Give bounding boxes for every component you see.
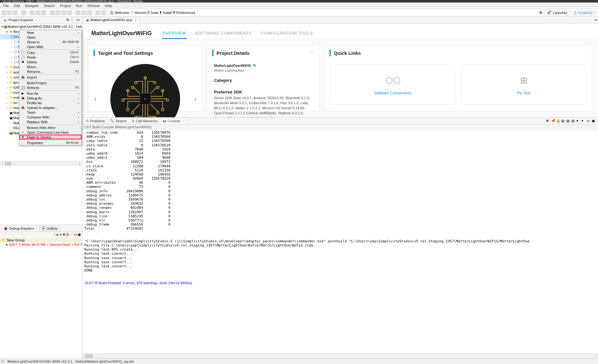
- context-menu-item[interactable]: Build Project: [19, 80, 81, 85]
- home-icon[interactable]: 🏠: [110, 10, 114, 15]
- debug-tool-icon[interactable]: ▶: [56, 233, 59, 237]
- context-menu-item[interactable]: PropertiesAlt+Enter: [19, 140, 81, 145]
- explorer-hscroll[interactable]: ‹›: [0, 161, 82, 166]
- debug-tool-icon[interactable]: ☰: [66, 233, 69, 237]
- debug-tool-icon[interactable]: ⋯: [70, 233, 73, 237]
- debug-tool-icon[interactable]: ■: [60, 233, 62, 236]
- profile-icon[interactable]: [41, 10, 46, 15]
- console-tool-icon[interactable]: ▤: [561, 119, 566, 123]
- context-menu-item[interactable]: Show InAlt+Shift+W: [19, 40, 81, 44]
- edit-icon[interactable]: ✎: [253, 63, 256, 68]
- project-root[interactable]: ▾📦MatterLightOverWiFiG [GNU ARM v10.3.1 …: [0, 24, 82, 29]
- debug-tool-icon[interactable]: ✖: [62, 233, 65, 237]
- context-menu-item[interactable]: ▪Open Command Line Here: [19, 130, 81, 135]
- debug-tool-icon[interactable]: ⟳: [53, 233, 56, 237]
- software-components-tile[interactable]: ⬡⬡ Software Components: [330, 65, 455, 105]
- toolbar-btn[interactable]: [50, 10, 55, 15]
- context-menu-item[interactable]: Browse Files Here: [19, 125, 81, 130]
- close-icon[interactable]: ×: [135, 18, 137, 22]
- toolbar-btn[interactable]: [55, 10, 61, 15]
- preferences-icon[interactable]: ⚙: [172, 10, 176, 15]
- simplicity-ide-button[interactable]: {} Simplicity I: [572, 10, 597, 15]
- console-tool-icon[interactable]: ▤: [566, 119, 571, 123]
- scroll-lock-icon[interactable]: 🔒: [556, 119, 561, 123]
- editor-tab-slcp[interactable]: ▣ MatterLightOverWiFiG.slcp ×: [83, 17, 140, 23]
- tab-problems[interactable]: ⚠Problems: [83, 118, 107, 124]
- toolbar-btn[interactable]: [101, 10, 106, 15]
- toolbar-btn[interactable]: [67, 10, 72, 15]
- context-menu-item[interactable]: Replace With›: [19, 119, 81, 124]
- outline-tab[interactable]: ☰ Outline: [40, 226, 60, 231]
- perspective-toggle-icon[interactable]: ⊞: [539, 10, 542, 15]
- welcome-link[interactable]: Welcome: [115, 11, 129, 15]
- launcher-button[interactable]: 🚀 Launcher: [545, 10, 569, 15]
- toolbar-btn[interactable]: [61, 10, 66, 15]
- menu-help[interactable]: Help: [103, 3, 114, 8]
- tab-call-hierarchy[interactable]: ↳Call Hierarchy: [129, 118, 160, 124]
- context-menu-item[interactable]: Move...: [19, 64, 81, 69]
- run-icon[interactable]: [36, 10, 41, 15]
- save-all-icon[interactable]: [13, 10, 18, 15]
- recent-icon[interactable]: 🕓: [130, 10, 134, 15]
- tab-console[interactable]: ▤Console×: [160, 118, 188, 124]
- debug-tool-icon[interactable]: ▭: [74, 233, 77, 237]
- menu-project[interactable]: Project: [58, 3, 73, 8]
- console-tool-icon[interactable]: ▤: [571, 119, 576, 123]
- tab-search[interactable]: 🔍Search: [107, 118, 129, 124]
- context-menu-item[interactable]: 📋PasteCtrl+V: [19, 55, 81, 60]
- debug-adapters-tab[interactable]: 🐞 Debug Adapters ×: [1, 226, 40, 231]
- device-group[interactable]: 📁 New Group: [0, 238, 82, 242]
- tab-overview[interactable]: OVERVIEW: [162, 28, 187, 39]
- debug-tool-icon[interactable]: ▣: [78, 233, 81, 237]
- context-menu-item[interactable]: Open With›: [19, 44, 81, 49]
- install-icon[interactable]: ⬇: [159, 10, 162, 15]
- filter-icon[interactable]: ⁝: [71, 18, 76, 22]
- console-tool-icon[interactable]: ▾: [576, 119, 581, 123]
- toolbar-btn[interactable]: [87, 10, 92, 15]
- tab-software-components[interactable]: SOFTWARE COMPONENTS: [194, 28, 252, 39]
- editor-maximize-icon[interactable]: ▭: [594, 18, 597, 22]
- save-icon[interactable]: [7, 10, 12, 15]
- console-tool-icon[interactable]: ▾: [582, 119, 586, 123]
- context-menu-item[interactable]: Compare With›: [19, 115, 81, 119]
- link-editor-icon[interactable]: ⇆: [66, 18, 71, 22]
- preferences-link[interactable]: Preferences: [176, 11, 195, 15]
- menu-search[interactable]: Search: [42, 3, 57, 8]
- details-menu-icon[interactable]: ⋯: [310, 51, 314, 55]
- menu-run[interactable]: Run: [74, 3, 84, 8]
- pin-icon[interactable]: 📌: [551, 119, 556, 123]
- menu-edit[interactable]: Edit: [12, 3, 22, 8]
- new-icon[interactable]: [1, 10, 6, 15]
- toolbar-btn[interactable]: [75, 10, 81, 15]
- prev-target-button[interactable]: ‹: [94, 96, 96, 102]
- device-row[interactable]: ● Si917 2.4GHz Wi-Fi RB + Internal Flash…: [0, 242, 82, 247]
- close-icon[interactable]: ×: [35, 18, 36, 22]
- toolbar-btn[interactable]: [95, 10, 101, 15]
- project-explorer-tab[interactable]: 🗂 Project Explorer ×: [1, 17, 39, 22]
- context-menu-item[interactable]: 📤Upload to adapter...: [19, 105, 81, 110]
- menu-navigate[interactable]: Navigate: [23, 3, 41, 8]
- build-icon[interactable]: [21, 10, 26, 15]
- recent-link[interactable]: Recent: [135, 11, 146, 15]
- context-menu-item[interactable]: Team›: [19, 110, 81, 115]
- clear-icon[interactable]: ✖: [546, 119, 550, 123]
- toolbar-btn[interactable]: [81, 10, 86, 15]
- context-menu-item[interactable]: Open: [19, 35, 81, 40]
- minimize-icon[interactable]: ▭: [587, 119, 591, 123]
- pin-tool-tile[interactable]: ⊞ Pin Tool: [461, 65, 586, 105]
- tab-configuration-tools[interactable]: CONFIGURATION TOOLS: [260, 28, 314, 39]
- close-icon[interactable]: ×: [183, 119, 185, 123]
- context-menu-item[interactable]: Profile As›: [19, 100, 81, 105]
- context-menu-item[interactable]: ▶Run As›: [19, 91, 81, 96]
- maximize-icon[interactable]: ▣: [592, 119, 596, 123]
- context-menu-item[interactable]: ⬇Flash to Device...: [19, 135, 81, 139]
- context-menu-item[interactable]: 🐞Debug As›: [19, 96, 81, 100]
- minimize-icon[interactable]: ▭: [76, 18, 81, 22]
- next-target-button[interactable]: ›: [194, 96, 196, 102]
- tools-icon[interactable]: ☰: [147, 10, 150, 15]
- context-menu-item[interactable]: New›: [19, 30, 81, 35]
- menu-file[interactable]: File: [1, 3, 11, 8]
- tools-link[interactable]: Tools: [151, 11, 159, 15]
- close-icon[interactable]: ×: [36, 227, 37, 230]
- install-link[interactable]: Install: [163, 11, 172, 15]
